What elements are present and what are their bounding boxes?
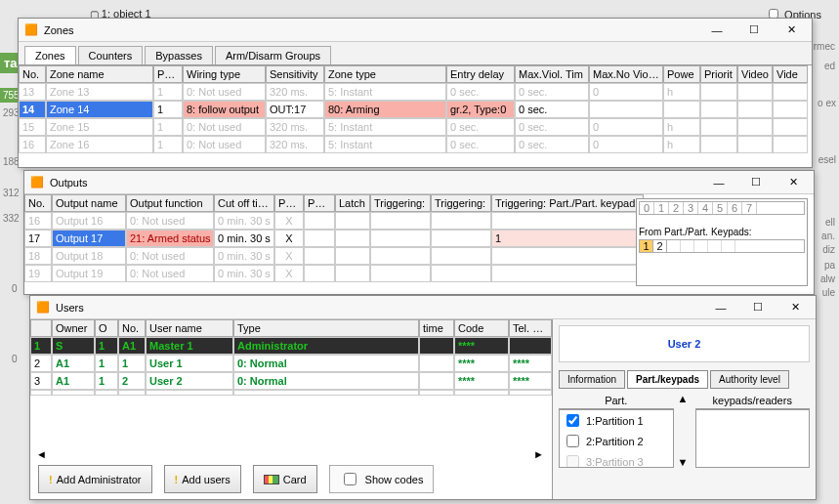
output-cell[interactable]: [304, 212, 335, 230]
output-cell[interactable]: [304, 247, 335, 265]
user-cell[interactable]: S: [52, 337, 95, 355]
zone-cell[interactable]: 13: [19, 83, 46, 101]
output-cell[interactable]: 0: Not used: [126, 212, 214, 230]
tab-arm-disarm[interactable]: Arm/Disarm Groups: [215, 46, 331, 64]
output-cell[interactable]: X: [274, 212, 304, 230]
zone-cell[interactable]: 320 ms.: [266, 83, 324, 101]
output-cell[interactable]: [431, 247, 491, 265]
output-cell[interactable]: Output 17: [52, 230, 126, 247]
minimize-button[interactable]: —: [706, 299, 735, 316]
user-cell[interactable]: 0: Normal: [233, 355, 419, 372]
column-header[interactable]: Tel. cod: [509, 319, 552, 337]
output-cell[interactable]: [335, 247, 370, 265]
zone-cell[interactable]: 1: [153, 118, 183, 136]
column-header[interactable]: Entry delay: [446, 65, 515, 83]
column-header[interactable]: Part.: [153, 65, 183, 83]
column-header[interactable]: Pol.+: [274, 194, 304, 212]
zone-cell[interactable]: 15: [19, 118, 46, 136]
show-codes-checkbox[interactable]: [344, 473, 357, 485]
minimize-button[interactable]: —: [702, 21, 732, 39]
scroll-right-icon[interactable]: ►: [533, 448, 544, 460]
partition-checkbox[interactable]: [566, 414, 579, 427]
column-header[interactable]: Triggering: Part./Part. keypad: [491, 194, 644, 212]
user-cell[interactable]: Master 1: [146, 337, 233, 355]
digit-cell[interactable]: 5: [713, 202, 728, 214]
zone-cell[interactable]: 5: Instant: [324, 83, 446, 101]
column-header[interactable]: Zone type: [324, 65, 446, 83]
partition-checkbox[interactable]: [566, 435, 579, 447]
column-header[interactable]: time: [419, 319, 454, 337]
zone-cell[interactable]: Zone 14: [46, 101, 153, 118]
output-cell[interactable]: [335, 230, 370, 247]
zone-cell[interactable]: 1: [153, 136, 183, 153]
user-cell[interactable]: ****: [509, 355, 552, 372]
zone-cell[interactable]: [700, 118, 737, 136]
output-cell[interactable]: X: [274, 230, 304, 247]
output-cell[interactable]: [431, 265, 491, 282]
column-header[interactable]: User name: [146, 319, 233, 337]
zone-cell[interactable]: [773, 83, 808, 101]
output-cell[interactable]: 0: Not used: [126, 247, 214, 265]
output-cell[interactable]: [335, 212, 370, 230]
digit-cell[interactable]: 0: [640, 202, 654, 214]
part-cell-1[interactable]: 1: [640, 240, 653, 252]
output-cell[interactable]: Output 19: [52, 265, 126, 282]
output-cell[interactable]: 21: Armed status: [126, 230, 214, 247]
add-users-button[interactable]: !Add users: [164, 465, 241, 493]
user-cell[interactable]: User 2: [146, 372, 233, 390]
zone-cell[interactable]: [773, 101, 808, 118]
add-administrator-button[interactable]: !Add Administrator: [38, 465, 152, 493]
zone-cell[interactable]: [737, 118, 773, 136]
output-cell[interactable]: Output 16: [52, 212, 126, 230]
tab-zones[interactable]: Zones: [24, 46, 76, 64]
zones-grid[interactable]: No.Zone namePart.Wiring typeSensitivityZ…: [19, 65, 812, 153]
column-header[interactable]: Output function: [126, 194, 214, 212]
user-cell[interactable]: ****: [454, 337, 509, 355]
user-cell[interactable]: ****: [454, 355, 509, 372]
maximize-button[interactable]: ☐: [741, 174, 771, 191]
user-cell[interactable]: 1: [95, 337, 118, 355]
column-header[interactable]: No.: [19, 65, 46, 83]
output-cell[interactable]: [491, 212, 644, 230]
zone-cell[interactable]: 1: [153, 83, 183, 101]
output-cell[interactable]: [370, 230, 431, 247]
column-header[interactable]: Sensitivity: [266, 65, 324, 83]
zone-cell[interactable]: 320 ms.: [266, 136, 324, 153]
column-header[interactable]: Vide: [773, 65, 808, 83]
tab-counters[interactable]: Counters: [78, 46, 144, 64]
user-cell[interactable]: 2: [30, 355, 52, 372]
card-button[interactable]: Card: [253, 465, 317, 493]
column-header[interactable]: No.: [118, 319, 146, 337]
subtab-part-keypads[interactable]: Part./keypads: [627, 370, 708, 389]
user-cell[interactable]: Administrator: [233, 337, 419, 355]
output-cell[interactable]: 17: [24, 230, 52, 247]
column-header[interactable]: Output name: [52, 194, 126, 212]
zone-cell[interactable]: [737, 136, 773, 153]
scroll-left-icon[interactable]: ◄: [36, 448, 47, 460]
column-header[interactable]: Triggering:: [370, 194, 431, 212]
digit-cell[interactable]: 1: [654, 202, 669, 214]
zone-cell[interactable]: 0: [589, 83, 663, 101]
outputs-titlebar[interactable]: 🟧 Outputs — ☐ ✕: [24, 171, 814, 194]
output-cell[interactable]: Output 18: [52, 247, 126, 265]
column-header[interactable]: Code: [454, 319, 509, 337]
column-header[interactable]: Puls.: [304, 194, 335, 212]
zone-cell[interactable]: h: [663, 83, 700, 101]
close-button[interactable]: ✕: [780, 299, 810, 316]
column-header[interactable]: [30, 319, 52, 337]
zone-cell[interactable]: 0 sec.: [515, 83, 589, 101]
minimize-button[interactable]: —: [704, 174, 734, 191]
column-header[interactable]: Wiring type: [183, 65, 266, 83]
close-button[interactable]: ✕: [778, 174, 808, 191]
user-cell[interactable]: [509, 337, 552, 355]
zone-cell[interactable]: [737, 83, 773, 101]
column-header[interactable]: Video: [737, 65, 773, 83]
zone-cell[interactable]: [773, 118, 808, 136]
user-cell[interactable]: 3: [30, 372, 52, 390]
zone-cell[interactable]: 8: follow output: [183, 101, 266, 118]
zone-cell[interactable]: 0 sec.: [446, 83, 515, 101]
output-cell[interactable]: 1: [491, 230, 644, 247]
column-header[interactable]: O: [95, 319, 118, 337]
zone-cell[interactable]: gr.2, Type:0: [446, 101, 515, 118]
user-cell[interactable]: User 1: [146, 355, 233, 372]
